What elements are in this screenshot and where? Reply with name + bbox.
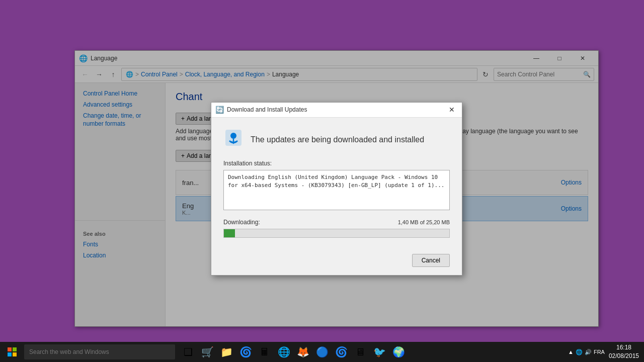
modal-titlebar: 🔄 Download and Install Updates ✕ <box>211 103 462 118</box>
svg-rect-5 <box>8 352 12 356</box>
progress-bar-fill <box>224 229 235 237</box>
taskbar: ❑ 🛒 📁 🌀 🖩 🌐 🦊 🔵 🌀 🖥 🐦 🌍 ▲ 🌐 🔊 FRA 16:18 … <box>0 342 644 362</box>
taskbar-app-7[interactable]: 🔵 <box>313 342 331 362</box>
modal-titlebar-icon: 🔄 <box>215 106 224 114</box>
taskbar-app-2[interactable]: 📁 <box>217 342 235 362</box>
start-button[interactable] <box>0 342 24 362</box>
taskbar-time-display: 16:18 <box>609 343 639 352</box>
lang-indicator[interactable]: FRA <box>594 349 605 355</box>
svg-rect-6 <box>13 352 17 356</box>
modal-close-button[interactable]: ✕ <box>446 104 458 116</box>
installation-status-label: Installation status: <box>223 160 450 167</box>
taskbar-app-5[interactable]: 🌐 <box>275 342 293 362</box>
taskbar-search-input[interactable] <box>24 344 175 359</box>
svg-point-1 <box>230 133 236 139</box>
download-install-dialog: 🔄 Download and Install Updates ✕ The upd <box>211 102 462 276</box>
modal-body: The updates are being downloaded and ins… <box>211 118 462 248</box>
modal-header-icon <box>223 128 244 152</box>
taskbar-app-4[interactable]: 🖩 <box>256 342 274 362</box>
downloading-label: Downloading: <box>223 219 260 226</box>
modal-footer: Cancel <box>211 248 462 275</box>
download-size: 1,40 MB of 25,20 MB <box>398 219 450 225</box>
taskbar-app-9[interactable]: 🖥 <box>351 342 369 362</box>
downloading-row: Downloading: 1,40 MB of 25,20 MB <box>223 219 450 226</box>
taskbar-app-11[interactable]: 🌍 <box>389 342 408 362</box>
taskbar-app-1[interactable]: 🛒 <box>198 342 216 362</box>
modal-header: The updates are being downloaded and ins… <box>223 128 450 152</box>
task-view-button[interactable]: ❑ <box>179 342 197 362</box>
taskbar-right: ▲ 🌐 🔊 FRA 16:18 02/08/2015 <box>568 343 644 360</box>
taskbar-app-3[interactable]: 🌀 <box>236 342 255 362</box>
svg-rect-4 <box>13 347 17 351</box>
network-icon[interactable]: 🌐 <box>576 349 583 355</box>
tray-chevron[interactable]: ▲ <box>568 349 574 355</box>
modal-titlebar-title: Download and Install Updates <box>227 106 446 113</box>
installation-status-box: Downloading English (United Kingdom) Lan… <box>223 170 450 210</box>
taskbar-icons: ❑ 🛒 📁 🌀 🖩 🌐 🦊 🔵 🌀 🖥 🐦 🌍 <box>179 342 408 362</box>
taskbar-app-8[interactable]: 🌀 <box>332 342 350 362</box>
taskbar-date-display: 02/08/2015 <box>609 352 639 360</box>
system-tray-icons: ▲ 🌐 🔊 FRA <box>568 349 605 355</box>
taskbar-clock[interactable]: 16:18 02/08/2015 <box>609 343 639 360</box>
cancel-button[interactable]: Cancel <box>412 254 450 267</box>
taskbar-app-6[interactable]: 🦊 <box>294 342 312 362</box>
volume-icon[interactable]: 🔊 <box>585 349 592 355</box>
taskbar-app-10[interactable]: 🐦 <box>370 342 388 362</box>
svg-rect-3 <box>8 347 12 351</box>
modal-heading: The updates are being downloaded and ins… <box>251 135 424 144</box>
progress-bar-container <box>223 229 450 238</box>
modal-overlay: 🔄 Download and Install Updates ✕ The upd <box>74 50 599 327</box>
